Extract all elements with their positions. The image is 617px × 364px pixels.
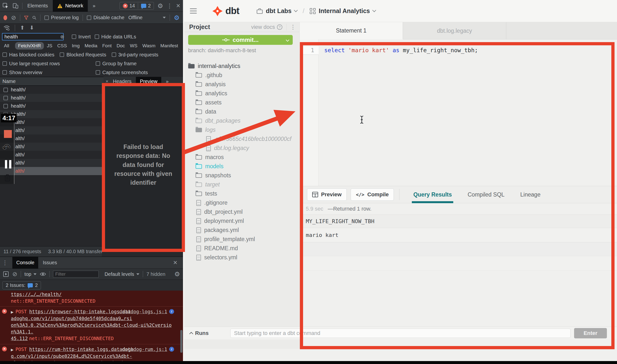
request-row[interactable]: health/ (0, 86, 104, 94)
tree-folder-tests[interactable]: tests (184, 189, 300, 198)
preview-button[interactable]: Preview (307, 188, 347, 201)
tree-file-nf-log[interactable]: .nf…3665c416bfecb1000000cf (184, 134, 300, 144)
type-filter-fetch-xhr[interactable]: Fetch/XHR (15, 42, 44, 50)
tree-folder-github[interactable]: .github (184, 71, 300, 80)
tab-compiled-sql[interactable]: Compiled SQL (468, 186, 505, 203)
request-row-selected[interactable]: alth/ (0, 167, 104, 175)
live-expression-icon[interactable] (40, 272, 46, 276)
export-har-icon[interactable]: ⬇ (29, 25, 34, 31)
clear-console-icon[interactable]: ⊘ (12, 271, 17, 277)
type-filter-wasm[interactable]: Wasm (140, 42, 157, 49)
error-link[interactable]: q.com/v1/input/pube02284…d%2Cservice%3Ad… (11, 353, 132, 359)
use-large-rows-checkbox[interactable]: Use large request rows (0, 61, 96, 66)
inspect-element-icon[interactable] (2, 3, 9, 9)
compile-button[interactable]: </> Compile (351, 188, 394, 201)
dbt-command-input[interactable] (230, 329, 571, 338)
type-filter-manifest[interactable]: Manifest (158, 42, 180, 49)
error-link[interactable]: https://rum-http-intake.logs.datadogh (29, 347, 134, 352)
info-icon[interactable]: i (169, 309, 174, 314)
tree-folder-analytics[interactable]: analytics (184, 89, 300, 98)
tree-file-readme-md[interactable]: README.md (184, 244, 300, 253)
capture-screenshots-checkbox[interactable]: Capture screenshots (96, 70, 148, 75)
more-tabs-icon[interactable]: » (91, 3, 97, 9)
request-row[interactable]: alth/ (0, 143, 104, 151)
tab-query-results[interactable]: Query Results (413, 186, 452, 203)
tab-issues[interactable]: Issues (43, 260, 57, 265)
issues-counter-button[interactable]: 2 Issues: 2 (2, 281, 41, 289)
type-filter-doc[interactable]: Doc (115, 42, 127, 49)
tree-folder-dbt-packages[interactable]: dbt_packages (184, 116, 300, 125)
code-line[interactable]: select 'mario kart' as my_life_right_now… (324, 46, 478, 55)
console-scrollbar[interactable] (180, 330, 182, 353)
tree-folder-data[interactable]: data (184, 107, 300, 116)
network-filter-input[interactable] (2, 33, 64, 40)
sidebar-kebab-icon[interactable]: ⋮ (286, 24, 296, 31)
commit-button[interactable]: commit... (188, 35, 293, 45)
close-console-icon[interactable]: ✕ (173, 260, 181, 266)
network-conditions-gear-icon[interactable]: ⚙ (174, 15, 180, 21)
name-column-header[interactable]: Name (0, 77, 104, 86)
tree-file-deployment-yml[interactable]: deployment.yml (184, 216, 300, 226)
tree-folder-target[interactable]: target (184, 180, 300, 189)
record-icon[interactable] (3, 15, 7, 20)
issue-badges[interactable]: ✕ 14 2 (120, 2, 154, 10)
throttle-wifi-icon[interactable] (3, 25, 10, 31)
pause-icon[interactable] (5, 160, 11, 168)
tree-file-packages-yml[interactable]: packages.yml (184, 226, 300, 235)
request-row[interactable]: alth/ (0, 159, 104, 167)
console-kebab-icon[interactable]: ⋮ (2, 259, 8, 266)
tree-file-dbt-project-yml[interactable]: dbt_project.yml (184, 207, 300, 216)
search-icon[interactable] (32, 15, 36, 20)
context-select[interactable]: top (24, 271, 36, 277)
console-error[interactable]: ✕ ▶POSThttps://browser-http-intake.logs.… (0, 306, 183, 344)
request-row[interactable]: alth/ (0, 151, 104, 159)
group-by-frame-checkbox[interactable]: Group by frame (96, 61, 137, 66)
hide-data-urls-checkbox[interactable]: Hide data URLs (95, 34, 136, 40)
type-filter-media[interactable]: Media (83, 42, 99, 49)
tab-statement-1[interactable]: Statement 1 (300, 22, 403, 39)
error-link[interactable]: 45.112 (11, 336, 28, 341)
tree-folder-models[interactable]: models (184, 162, 300, 171)
request-row[interactable]: alth/ (0, 126, 104, 134)
expand-arrow-icon[interactable]: ▶ (11, 348, 14, 352)
tree-folder-macros[interactable]: macros (184, 153, 300, 162)
tab-console[interactable]: Console (12, 257, 38, 269)
tree-file-profile-template-yml[interactable]: profile_template.yml (184, 235, 300, 244)
console-settings-gear-icon[interactable]: ⚙ (174, 271, 180, 277)
tree-folder-snapshots[interactable]: snapshots (184, 171, 300, 180)
error-link[interactable]: adoghq.com/v1/input/pub740de5f405dcdaa9…… (11, 316, 132, 321)
results-data-row[interactable]: mario kart (300, 228, 617, 242)
undo-icon[interactable]: ↶ (2, 142, 10, 153)
source-link[interactable]: datadog-logs.js:1 (119, 308, 167, 315)
console-filter-input[interactable] (53, 271, 99, 278)
sql-editor[interactable]: 1 select 'mario kart' as my_life_right_n… (300, 39, 617, 186)
error-link[interactable]: ttps://…/…/health/ (11, 292, 62, 297)
source-link[interactable]: datadog-rum.js:1 (122, 346, 167, 352)
tab-preview[interactable]: Preview (136, 77, 161, 86)
type-filter-font[interactable]: Font (100, 42, 114, 49)
has-blocked-cookies-checkbox[interactable]: Has blocked cookies (2, 52, 54, 58)
error-link[interactable]: https://browser-http-intake.logs.dat (29, 309, 131, 314)
request-row[interactable]: alth/ (0, 134, 104, 143)
error-link[interactable]: on%3A3.0.2%2Cenv%3Aprod%2Cservice%3Adbt-… (11, 322, 172, 334)
info-icon[interactable]: i (169, 347, 174, 352)
console-error[interactable]: ttps://…/…/health/ net::ERR_INTERNET_DIS… (0, 291, 183, 306)
trash-icon[interactable] (4, 174, 11, 182)
expand-arrow-icon[interactable]: ▶ (11, 310, 14, 314)
view-docs-link[interactable]: view docs ? (251, 24, 282, 30)
account-switcher[interactable]: dbt Labs (256, 7, 297, 15)
tree-file-selectors-yml[interactable]: selectors.yml (184, 253, 300, 262)
stop-icon[interactable] (4, 130, 12, 138)
request-row[interactable]: health/ (0, 102, 104, 110)
tree-folder-assets[interactable]: assets (184, 98, 300, 107)
tree-folder-logs[interactable]: logs (184, 125, 300, 134)
request-row[interactable]: health/ (0, 94, 104, 102)
device-toolbar-icon[interactable] (12, 3, 19, 9)
tab-elements[interactable]: Elements (26, 3, 49, 9)
tree-folder-internal-analytics[interactable]: internal-analytics (184, 62, 300, 71)
tab-dbt-log-legacy[interactable]: dbt.log.legacy (403, 22, 506, 39)
tab-lineage[interactable]: Lineage (520, 186, 541, 203)
type-filter-ws[interactable]: WS (128, 42, 140, 49)
blocked-requests-checkbox[interactable]: Blocked Requests (60, 52, 106, 58)
error-badge[interactable]: ✕ 14 (120, 3, 138, 9)
